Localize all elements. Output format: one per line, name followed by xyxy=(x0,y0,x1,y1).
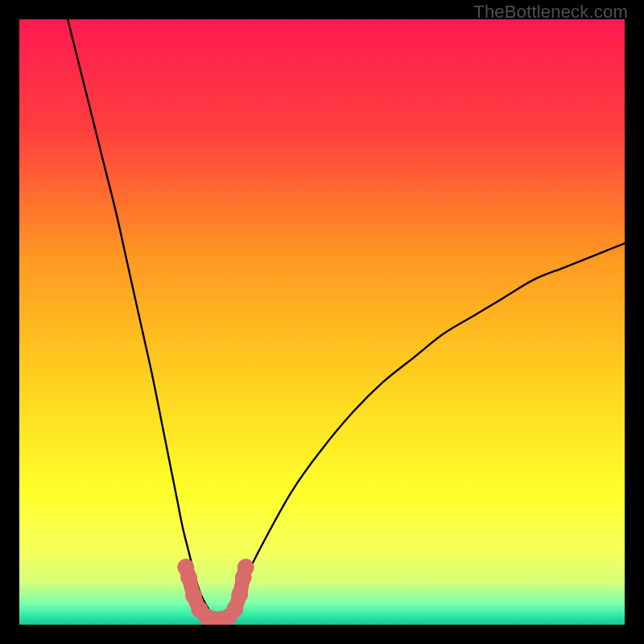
marker-dot xyxy=(180,569,197,586)
bottleneck-curve-right xyxy=(219,243,625,620)
marker-dot xyxy=(237,559,254,576)
bottleneck-curve-left xyxy=(68,19,219,620)
watermark-label: TheBottleneck.com xyxy=(473,2,628,23)
bottom-marker-dots xyxy=(177,559,254,625)
marker-dot xyxy=(231,586,248,603)
marker-dot xyxy=(226,601,243,617)
chart-plot xyxy=(19,19,625,625)
